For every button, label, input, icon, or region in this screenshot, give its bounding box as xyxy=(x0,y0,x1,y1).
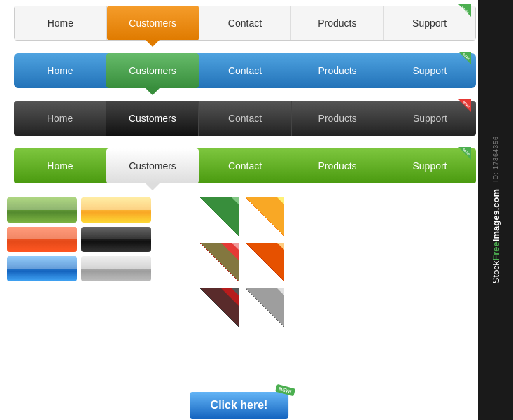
nav2-home[interactable]: Home xyxy=(14,53,106,88)
nav4-contact[interactable]: Contact xyxy=(199,148,291,183)
nav3-customers[interactable]: Customers xyxy=(106,101,199,136)
nav1-products[interactable]: Products xyxy=(291,6,384,40)
click-here-label: Click here! xyxy=(211,399,268,411)
sidebar: ID: 17364356 StockFreeImages.com xyxy=(478,0,513,420)
nav2-customers[interactable]: Customers xyxy=(106,53,199,88)
nav-bar-2: Home Customers Contact Products Support xyxy=(14,53,476,88)
nav1-contact[interactable]: Contact xyxy=(199,6,292,40)
click-here-button[interactable]: Click here! NEW! xyxy=(190,392,289,419)
nav1-support[interactable]: Support xyxy=(384,6,475,40)
nav4-customers[interactable]: Customers xyxy=(106,148,199,183)
button-blue[interactable] xyxy=(7,256,77,281)
nav3-home[interactable]: Home xyxy=(14,101,106,136)
nav1-home[interactable]: Home xyxy=(15,6,107,40)
ribbon-orange xyxy=(246,243,284,281)
nav2-support[interactable]: Support xyxy=(384,53,476,88)
ribbon-green xyxy=(200,197,239,236)
buttons-section xyxy=(7,197,478,327)
ribbon-dark-red xyxy=(200,288,239,327)
sidebar-id: ID: 17364356 xyxy=(492,136,499,182)
button-silver[interactable] xyxy=(81,256,151,281)
corner-ribbons xyxy=(200,197,284,327)
nav2-products[interactable]: Products xyxy=(291,53,384,88)
ribbon-red-green xyxy=(200,243,239,281)
nav4-home[interactable]: Home xyxy=(14,148,106,183)
nav4-products[interactable]: Products xyxy=(291,148,384,183)
button-orange[interactable] xyxy=(7,227,77,252)
nav1-customers[interactable]: Customers xyxy=(107,6,199,40)
nav-bar-3: Home Customers Contact Products Support xyxy=(14,101,476,136)
nav-bar-4: Home Customers Contact Products Support xyxy=(14,148,476,183)
nav4-container: Home Customers Contact Products Support … xyxy=(7,148,471,183)
button-swatches xyxy=(7,197,151,281)
nav1-container: Home Customers Contact Products Support … xyxy=(7,6,471,41)
button-yellow[interactable] xyxy=(81,197,151,223)
click-here-container: Click here! NEW! xyxy=(190,392,289,419)
ribbon-gold xyxy=(246,197,284,236)
nav3-support[interactable]: Support xyxy=(384,101,476,136)
sidebar-brand: StockFreeImages.com xyxy=(491,189,501,284)
nav3-container: Home Customers Contact Products Support … xyxy=(7,101,471,136)
main-content: Home Customers Contact Products Support … xyxy=(0,6,478,420)
nav4-support[interactable]: Support xyxy=(384,148,476,183)
ribbon-silver xyxy=(246,288,284,327)
nav-bar-1: Home Customers Contact Products Support xyxy=(14,6,476,41)
nav2-contact[interactable]: Contact xyxy=(199,53,291,88)
button-green[interactable] xyxy=(7,197,77,223)
nav2-container: Home Customers Contact Products Support … xyxy=(7,53,471,88)
button-black[interactable] xyxy=(81,227,151,252)
click-here-new-badge: NEW! xyxy=(275,384,295,397)
nav3-products[interactable]: Products xyxy=(292,101,384,136)
nav3-contact[interactable]: Contact xyxy=(199,101,291,136)
